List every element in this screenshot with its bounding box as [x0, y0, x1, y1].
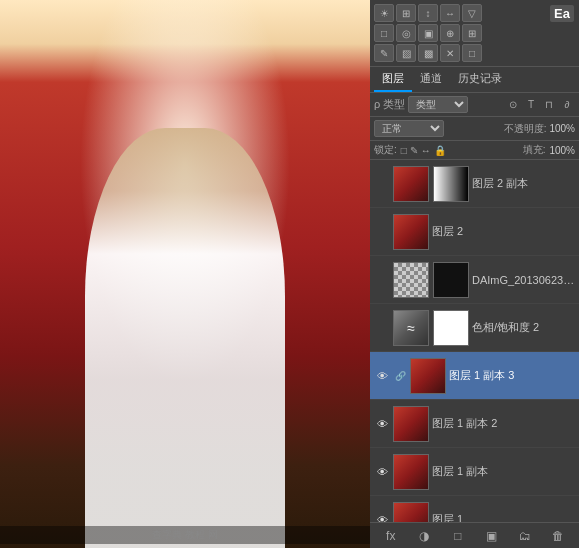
lock-transparent-icon[interactable]: □ [401, 145, 407, 156]
layer-name: DAImG_201306230... [472, 274, 575, 286]
layer-name: 图层 1 副本 3 [449, 368, 575, 383]
opacity-label: 不透明度: [504, 122, 547, 136]
dropdown-btn[interactable]: ▽ [462, 4, 482, 22]
filter-label: ρ 类型 [374, 97, 405, 112]
mask-button[interactable]: □ [448, 526, 468, 546]
lock-move-icon[interactable]: ↔ [421, 145, 431, 156]
canvas-panel: 查字典 教程 网 [0, 0, 370, 548]
lock-paint-icon[interactable]: ✎ [410, 145, 418, 156]
toolbar-row-2: □ ◎ ▣ ⊕ ⊞ [374, 24, 575, 42]
layer-item[interactable]: 图层 2 [370, 208, 579, 256]
grid-btn[interactable]: ⊞ [396, 4, 416, 22]
layer-thumbnail [393, 166, 429, 202]
layer-thumbnail [393, 214, 429, 250]
layer-name: 色相/饱和度 2 [472, 320, 575, 335]
lock-all-icon[interactable]: 🔒 [434, 145, 446, 156]
blend-row: 正常 溶解 正片叠底 不透明度: 100% [370, 117, 579, 141]
close-btn[interactable]: ✕ [440, 44, 460, 62]
layer-mask-thumbnail [433, 310, 469, 346]
circle-btn[interactable]: ◎ [396, 24, 416, 42]
tabs-row: 图层 通道 历史记录 [370, 67, 579, 93]
layer-thumbnail: ≈ [393, 310, 429, 346]
tab-channels[interactable]: 通道 [412, 67, 450, 92]
layer-item[interactable]: 👁 图层 1 副本 [370, 448, 579, 496]
bottom-toolbar: fx ◑ □ ▣ 🗂 🗑 [370, 522, 579, 548]
layer-name: 图层 2 [432, 224, 575, 239]
lock-icons: □ ✎ ↔ 🔒 [401, 145, 446, 156]
toolbar-row-3: ✎ ▨ ▩ ✕ □ [374, 44, 575, 62]
watermark: 查字典 教程 网 [0, 526, 370, 544]
layer-item[interactable]: ≈ 色相/饱和度 2 [370, 304, 579, 352]
layer-name: 图层 1 副本 [432, 464, 575, 479]
layer-mask-thumbnail [433, 166, 469, 202]
layer-thumbnail [410, 358, 446, 394]
brightness-btn[interactable]: ☀ [374, 4, 394, 22]
eye-icon[interactable] [374, 176, 390, 192]
eye-icon[interactable]: 👁 [374, 464, 390, 480]
layer-thumbnail [393, 262, 429, 298]
eye-icon[interactable] [374, 320, 390, 336]
layer-item[interactable]: 👁 图层 1 副本 2 [370, 400, 579, 448]
grid2-btn[interactable]: ⊞ [462, 24, 482, 42]
layer-mask-thumbnail [433, 262, 469, 298]
tab-history[interactable]: 历史记录 [450, 67, 510, 92]
eye-icon[interactable]: 👁 [374, 368, 390, 384]
filter-type-select[interactable]: 类型 名称 [408, 96, 468, 113]
layers-list: 图层 2 副本 图层 2 DAImG_201306230... ≈ [370, 160, 579, 522]
square-btn[interactable]: □ [462, 44, 482, 62]
ps-panel: ☀ ⊞ ↕ ↔ ▽ Ea □ ◎ ▣ ⊕ ⊞ ✎ ▨ ▩ ✕ □ 图层 通道 历… [370, 0, 579, 548]
group-button[interactable]: ▣ [481, 526, 501, 546]
toolbar-row-1: ☀ ⊞ ↕ ↔ ▽ Ea [374, 4, 575, 22]
flipv-btn[interactable]: ↕ [418, 4, 438, 22]
eye-icon[interactable]: 👁 [374, 416, 390, 432]
fill-value[interactable]: 100% [549, 145, 575, 156]
mask1-btn[interactable]: ▨ [396, 44, 416, 62]
lock-label: 锁定: [374, 143, 397, 157]
layer-name: 图层 1 [432, 512, 575, 522]
layer-item[interactable]: 👁 图层 1 [370, 496, 579, 522]
blend-mode-select[interactable]: 正常 溶解 正片叠底 [374, 120, 444, 137]
new-layer-button[interactable]: 🗂 [515, 526, 535, 546]
adjustment-button[interactable]: ◑ [414, 526, 434, 546]
fliph-btn[interactable]: ↔ [440, 4, 460, 22]
toolbar-top: ☀ ⊞ ↕ ↔ ▽ Ea □ ◎ ▣ ⊕ ⊞ ✎ ▨ ▩ ✕ □ [370, 0, 579, 67]
eye-icon[interactable] [374, 272, 390, 288]
fill-label: 填充: [523, 143, 546, 157]
opacity-value[interactable]: 100% [549, 123, 575, 134]
eye-icon[interactable] [374, 224, 390, 240]
layer-thumbnail [393, 502, 429, 523]
layer-thumbnail [393, 406, 429, 442]
layer-thumbnail [393, 454, 429, 490]
filter-icon-circle[interactable]: ⊙ [505, 97, 521, 113]
layers-btn[interactable]: ▣ [418, 24, 438, 42]
filter-icon-fx[interactable]: ∂ [559, 97, 575, 113]
filter-icons: ⊙ T ⊓ ∂ [505, 97, 575, 113]
filter-icon-bracket[interactable]: ⊓ [541, 97, 557, 113]
lock-row: 锁定: □ ✎ ↔ 🔒 填充: 100% [370, 141, 579, 160]
layer-item[interactable]: DAImG_201306230... [370, 256, 579, 304]
tab-layers[interactable]: 图层 [374, 67, 412, 92]
pencil-btn[interactable]: ✎ [374, 44, 394, 62]
layer-name: 图层 2 副本 [472, 176, 575, 191]
fx-button[interactable]: fx [381, 526, 401, 546]
bride-figure [85, 128, 285, 548]
delete-layer-button[interactable]: 🗑 [548, 526, 568, 546]
layer-item[interactable]: 👁 🔗 图层 1 副本 3 [370, 352, 579, 400]
mask2-btn[interactable]: ▩ [418, 44, 438, 62]
layer-item[interactable]: 图层 2 副本 [370, 160, 579, 208]
ea-badge: Ea [550, 5, 574, 22]
link-icon[interactable]: 🔗 [393, 369, 407, 383]
filter-row: ρ 类型 类型 名称 ⊙ T ⊓ ∂ [370, 93, 579, 117]
rect-btn[interactable]: □ [374, 24, 394, 42]
filter-icon-t[interactable]: T [523, 97, 539, 113]
eye-icon[interactable]: 👁 [374, 512, 390, 523]
layer-name: 图层 1 副本 2 [432, 416, 575, 431]
add-btn[interactable]: ⊕ [440, 24, 460, 42]
